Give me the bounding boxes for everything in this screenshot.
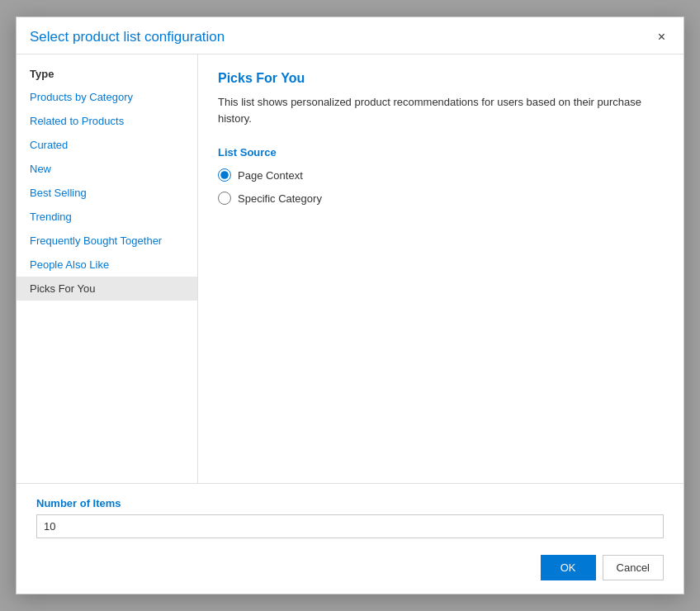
radio-page-context-label: Page Context [238,169,303,182]
footer-buttons: OK Cancel [36,555,664,580]
sidebar-item-frequently-bought-together[interactable]: Frequently Bought Together [17,229,197,253]
sidebar-item-curated[interactable]: Curated [17,133,197,157]
radio-page-context-input[interactable] [218,168,231,182]
sidebar-item-related-to-products[interactable]: Related to Products [17,109,197,133]
dialog-body: Type Products by CategoryRelated to Prod… [17,54,683,483]
number-of-items-label: Number of Items [36,497,664,509]
title-bar: Select product list configuration × [17,17,683,54]
main-content: Picks For You This list shows personaliz… [198,54,683,483]
sidebar-header: Type [17,61,197,85]
close-button[interactable]: × [653,29,670,45]
ok-button[interactable]: OK [541,555,596,580]
radio-specific-category-label: Specific Category [238,192,322,205]
cancel-button[interactable]: Cancel [603,555,664,580]
radio-group: Page Context Specific Category [218,168,664,205]
sidebar-item-people-also-like[interactable]: People Also Like [17,253,197,277]
radio-specific-category[interactable]: Specific Category [218,192,664,205]
sidebar-item-new[interactable]: New [17,157,197,181]
radio-page-context[interactable]: Page Context [218,168,664,182]
list-source-label: List Source [218,146,664,159]
dialog-title: Select product list configuration [30,29,225,45]
sidebar-item-picks-for-you[interactable]: Picks For You [17,277,197,301]
content-description: This list shows personalized product rec… [218,94,664,126]
sidebar-item-products-by-category[interactable]: Products by Category [17,85,197,109]
dialog: Select product list configuration × Type… [16,17,684,594]
content-title: Picks For You [218,71,664,86]
radio-specific-category-input[interactable] [218,192,231,205]
sidebar-item-best-selling[interactable]: Best Selling [17,181,197,205]
sidebar: Type Products by CategoryRelated to Prod… [17,54,198,483]
sidebar-item-trending[interactable]: Trending [17,205,197,229]
number-of-items-input[interactable] [36,514,664,538]
number-of-items-section: Number of Items [36,497,664,538]
dialog-footer: Number of Items OK Cancel [17,483,683,594]
